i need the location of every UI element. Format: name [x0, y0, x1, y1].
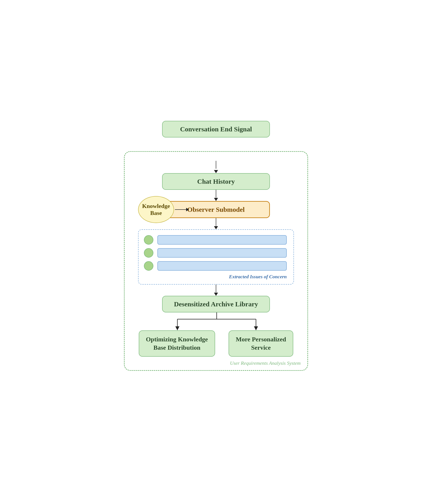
bottom-nodes-row: Optimizing Knowledge Base Distribution M…	[139, 330, 293, 357]
split-arrows-svg	[138, 312, 295, 330]
issue-item-3	[144, 261, 287, 271]
issue-bar-2	[157, 248, 287, 258]
issues-box: Extracted Issues of Concern	[138, 229, 294, 285]
outer-box-label: User Requirements Analysis System	[230, 360, 301, 366]
conversation-end-signal-container: Conversation End Signal	[124, 121, 308, 137]
more-personalized-node: More Personalized Service	[229, 330, 293, 357]
kb-arrow-line	[175, 209, 186, 210]
issue-bar-1	[157, 235, 287, 245]
conversation-end-signal-node: Conversation End Signal	[162, 121, 270, 137]
chat-history-row: Chat History	[162, 173, 270, 190]
kb-to-observer-arrow	[175, 208, 189, 211]
svg-marker-5	[254, 326, 258, 330]
desensitized-archive-node: Desensitized Archive Library	[162, 296, 270, 312]
issue-circle-3	[144, 261, 153, 271]
issue-item-2	[144, 248, 287, 258]
archive-row: Desensitized Archive Library	[162, 296, 270, 312]
chat-history-node: Chat History	[162, 173, 270, 190]
knowledge-base-node: Knowledge Base	[138, 196, 174, 223]
issue-item-1	[144, 235, 287, 245]
outer-system-box: Chat History Knowledge Base	[124, 151, 308, 371]
kb-arrow-head	[186, 208, 189, 211]
diagram-wrapper: Conversation End Signal Chat History Kno…	[124, 133, 308, 371]
observer-row-wrapper: Knowledge Base Observer Submodel	[138, 201, 294, 218]
optimizing-kb-node: Optimizing Knowledge Base Distribution	[139, 330, 215, 357]
split-arrows-container	[138, 312, 294, 330]
issue-circle-2	[144, 248, 153, 258]
issue-circle-1	[144, 235, 153, 245]
kb-section: Knowledge Base	[138, 196, 189, 223]
issue-bar-3	[157, 261, 287, 271]
extracted-issues-label: Extracted Issues of Concern	[144, 274, 287, 280]
svg-marker-3	[175, 326, 179, 330]
content-flow: Chat History Knowledge Base	[138, 161, 294, 357]
